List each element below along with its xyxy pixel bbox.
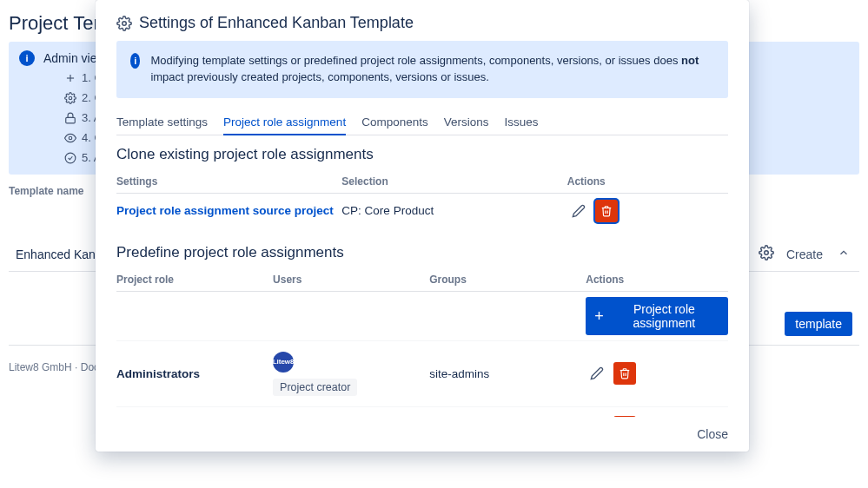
gear-icon	[116, 16, 132, 31]
lock-icon	[64, 112, 76, 124]
tab-issues[interactable]: Issues	[504, 110, 538, 135]
col-actions: Actions	[586, 274, 728, 286]
add-role-row: + Project role assignment	[116, 292, 728, 341]
plus-icon: +	[594, 308, 604, 324]
edit-button[interactable]	[567, 200, 590, 222]
info-icon: i	[130, 53, 140, 69]
role-row-administrators: Administrators Litew8 Project creator si…	[116, 341, 728, 407]
clone-section-title: Clone existing project role assignments	[116, 146, 728, 163]
plus-icon	[64, 72, 76, 84]
new-template-button[interactable]: template	[785, 312, 852, 336]
modal-tabs: Template settings Project role assignmen…	[116, 110, 728, 135]
edit-button[interactable]	[586, 362, 608, 385]
pencil-icon	[590, 366, 604, 380]
col-groups: Groups	[429, 274, 586, 286]
svg-point-4	[69, 136, 72, 140]
tab-project-role-assignment[interactable]: Project role assignment	[223, 110, 346, 135]
info-alert: i Modifying template settings or predefi…	[116, 41, 728, 98]
close-button[interactable]: Close	[697, 427, 728, 441]
info-icon: i	[19, 50, 35, 66]
new-template-label: template	[795, 317, 842, 331]
add-project-role-button[interactable]: + Project role assignment	[586, 297, 728, 335]
tab-components[interactable]: Components	[361, 110, 428, 135]
svg-rect-3	[66, 117, 76, 122]
col-users: Users	[273, 274, 429, 286]
gear-icon	[64, 92, 76, 104]
group-name: site-admins	[429, 367, 586, 380]
user-chip: Project creator	[273, 379, 357, 396]
role-row-developers: Developers Project creator	[116, 407, 728, 417]
col-project-role: Project role	[116, 274, 273, 286]
role-name: Administrators	[116, 367, 273, 380]
tab-template-settings[interactable]: Template settings	[116, 110, 208, 135]
svg-point-5	[65, 153, 76, 163]
create-button[interactable]: Create	[786, 247, 823, 261]
alert-text-after: impact previously created projects, comp…	[150, 70, 488, 83]
footer-company[interactable]: Litew8 GmbH	[9, 361, 72, 373]
pencil-icon	[572, 204, 586, 218]
add-button-label: Project role assignment	[609, 302, 719, 330]
clone-row: Project role assignment source project C…	[116, 194, 728, 228]
eye-icon	[64, 132, 76, 144]
alert-text-before: Modifying template settings or predefine…	[150, 54, 681, 67]
trash-icon	[619, 367, 631, 379]
modal-title: Settings of Enhanced Kanban Template	[139, 14, 414, 32]
svg-point-2	[69, 96, 72, 100]
col-settings: Settings	[116, 175, 341, 188]
delete-button[interactable]	[595, 200, 618, 222]
chevron-up-icon	[838, 247, 850, 259]
trash-icon	[600, 205, 613, 217]
predefine-section-title: Predefine project role assignments	[116, 244, 728, 261]
template-settings-icon[interactable]	[759, 245, 774, 263]
col-selection: Selection	[341, 175, 567, 188]
check-circle-icon	[64, 152, 76, 164]
avatar: Litew8	[273, 352, 294, 373]
svg-point-6	[765, 251, 769, 255]
svg-point-7	[123, 21, 127, 25]
settings-modal: Settings of Enhanced Kanban Template i M…	[96, 0, 749, 452]
tab-versions[interactable]: Versions	[444, 110, 489, 135]
alert-text-bold: not	[681, 54, 699, 67]
clone-selection: CP: Core Product	[341, 204, 567, 217]
clone-setting-link[interactable]: Project role assignment source project	[116, 204, 341, 217]
delete-button[interactable]	[613, 362, 636, 385]
collapse-button[interactable]	[835, 244, 852, 264]
col-actions: Actions	[567, 175, 728, 188]
